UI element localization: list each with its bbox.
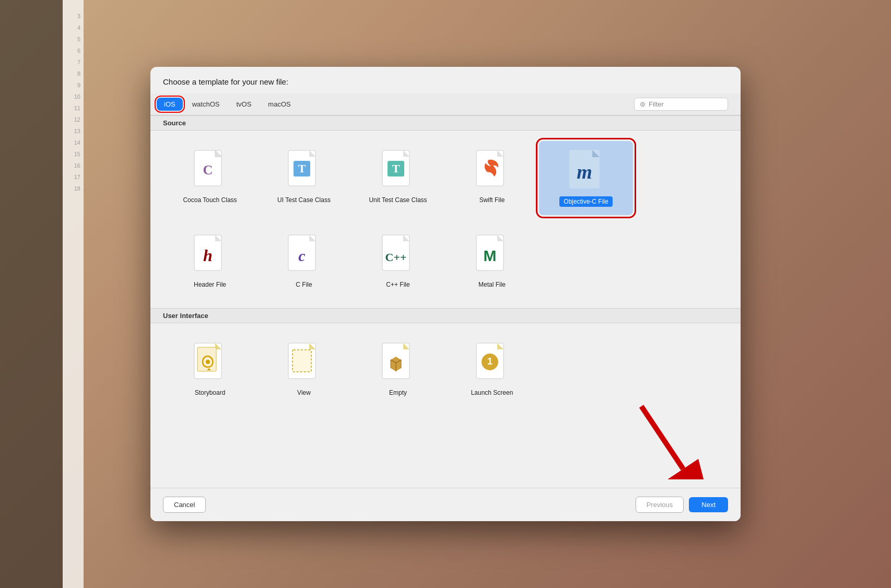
svg-point-21 <box>206 360 210 364</box>
item-launch-screen[interactable]: 1 Launch Screen <box>445 334 539 406</box>
c-file-label: C File <box>296 281 312 289</box>
header-file-icon: h <box>192 234 228 276</box>
item-swift-file[interactable]: Swift File <box>445 141 539 215</box>
ui-test-case-icon: T <box>286 149 322 191</box>
svg-text:c: c <box>298 247 305 264</box>
view-icon <box>286 342 322 384</box>
tab-watchos[interactable]: watchOS <box>185 98 227 111</box>
item-header-file[interactable]: h Header File <box>163 226 257 298</box>
navigation-buttons: Previous Next <box>636 497 728 513</box>
ui-items-row: Storyboard View <box>150 323 741 416</box>
swift-file-icon <box>474 149 510 191</box>
item-objective-c-file[interactable]: m Objective-C File <box>539 141 633 215</box>
metal-file-icon: M <box>474 234 510 276</box>
svg-text:1: 1 <box>487 356 493 367</box>
cocoa-touch-class-label: Cocoa Touch Class <box>183 196 237 205</box>
dialog-title: Choose a template for your new file: <box>163 77 728 86</box>
cpp-file-icon: C++ <box>380 234 416 276</box>
svg-text:h: h <box>203 246 213 265</box>
source-section-header: Source <box>150 115 741 131</box>
c-file-icon: c <box>286 234 322 276</box>
item-empty[interactable]: Empty <box>351 334 445 406</box>
item-metal-file[interactable]: M Metal File <box>445 226 539 298</box>
source-items-row1: C Cocoa Touch Class T UI Test Case Class <box>150 131 741 226</box>
item-cocoa-touch-class[interactable]: C Cocoa Touch Class <box>163 141 257 215</box>
svg-text:T: T <box>392 162 400 175</box>
storyboard-icon <box>192 342 228 384</box>
unit-test-case-icon: T <box>380 149 416 191</box>
filter-area: ⊜ Filter <box>634 98 734 111</box>
item-unit-test-case-class[interactable]: T Unit Test Case Class <box>351 141 445 215</box>
platform-tab-bar: iOS watchOS tvOS macOS ⊜ Filter <box>150 93 741 115</box>
swift-file-label: Swift File <box>479 196 505 205</box>
view-label: View <box>297 389 311 397</box>
objective-c-file-label: Objective-C File <box>559 196 612 207</box>
svg-text:T: T <box>298 162 306 175</box>
tab-ios[interactable]: iOS <box>157 98 183 111</box>
filter-input-wrapper[interactable]: ⊜ Filter <box>634 98 728 111</box>
filter-icon: ⊜ <box>640 100 646 108</box>
storyboard-label: Storyboard <box>195 389 226 397</box>
launch-screen-label: Launch Screen <box>471 389 513 397</box>
dialog-body: Source C Cocoa Touch Class <box>150 115 741 488</box>
svg-text:m: m <box>577 161 592 183</box>
item-view[interactable]: View <box>257 334 351 406</box>
item-storyboard[interactable]: Storyboard <box>163 334 257 406</box>
objective-c-file-icon: m <box>568 149 604 191</box>
filter-label: Filter <box>649 100 664 108</box>
svg-text:C++: C++ <box>385 251 407 264</box>
tab-macos[interactable]: macOS <box>261 98 298 111</box>
next-button[interactable]: Next <box>689 497 728 512</box>
empty-label: Empty <box>389 389 407 397</box>
new-file-dialog: Choose a template for your new file: iOS… <box>150 67 741 521</box>
svg-text:M: M <box>484 247 497 264</box>
dialog-header: Choose a template for your new file: <box>150 67 741 93</box>
item-c-file[interactable]: c C File <box>257 226 351 298</box>
launch-screen-icon: 1 <box>474 342 510 384</box>
svg-rect-23 <box>292 350 311 372</box>
item-cpp-file[interactable]: C++ C++ File <box>351 226 445 298</box>
cpp-file-label: C++ File <box>386 281 409 289</box>
dialog-footer: Cancel Previous Next <box>150 488 741 521</box>
user-interface-section-header: User Interface <box>150 308 741 323</box>
source-items-row2: h Header File c C File <box>150 226 741 308</box>
empty-icon <box>380 342 416 384</box>
previous-button[interactable]: Previous <box>636 497 684 513</box>
svg-text:C: C <box>203 162 213 178</box>
cancel-button[interactable]: Cancel <box>163 497 206 513</box>
unit-test-case-label: Unit Test Case Class <box>369 196 427 205</box>
header-file-label: Header File <box>194 281 226 289</box>
item-ui-test-case-class[interactable]: T UI Test Case Class <box>257 141 351 215</box>
tab-tvos[interactable]: tvOS <box>229 98 259 111</box>
metal-file-label: Metal File <box>478 281 506 289</box>
ui-test-case-label: UI Test Case Class <box>277 196 331 205</box>
cocoa-touch-class-icon: C <box>192 149 228 191</box>
